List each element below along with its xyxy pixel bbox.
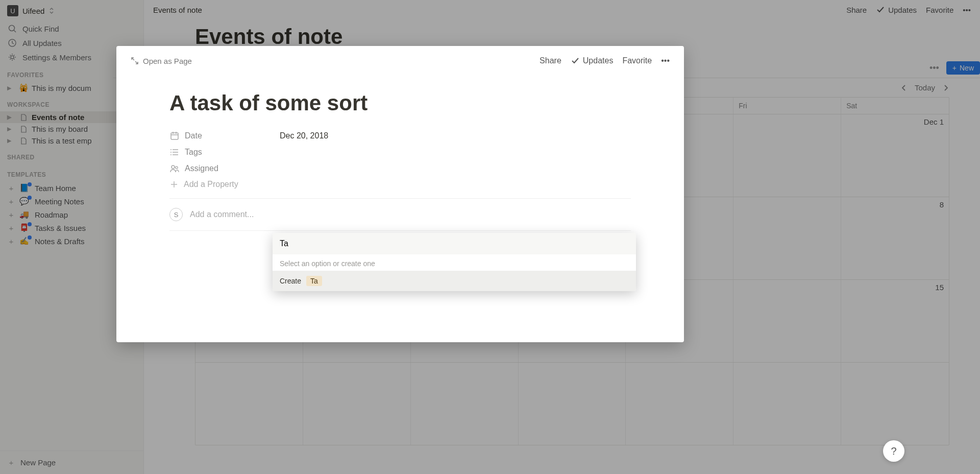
svg-point-15: [176, 167, 178, 169]
tags-popover: Select an option or create one Create Ta: [273, 233, 636, 291]
svg-point-14: [172, 165, 175, 169]
open-as-page-button[interactable]: Open as Page: [131, 57, 192, 65]
open-as-page-label: Open as Page: [143, 57, 192, 65]
dots-icon: •••: [661, 56, 670, 65]
modal-share-button[interactable]: Share: [540, 56, 561, 65]
add-property-label: Add a Property: [184, 180, 238, 189]
list-icon: [169, 147, 180, 157]
modal-title[interactable]: A task of some sort: [116, 70, 684, 128]
svg-point-13: [170, 154, 172, 155]
tags-label: Tags: [185, 148, 202, 157]
avatar: S: [169, 208, 183, 221]
page-modal: Open as Page Share Updates Favorite ••• …: [116, 46, 684, 342]
create-tag-option[interactable]: Create Ta: [273, 271, 636, 291]
divider: [169, 198, 631, 199]
divider: [169, 230, 631, 231]
create-label: Create: [280, 277, 301, 285]
modal-updates-button[interactable]: Updates: [571, 56, 614, 65]
property-assigned[interactable]: Assigned: [116, 160, 684, 177]
date-label: Date: [185, 131, 202, 140]
calendar-icon: [169, 131, 180, 141]
svg-point-12: [170, 152, 172, 153]
tags-input[interactable]: [273, 233, 636, 254]
tag-chip: Ta: [306, 276, 322, 286]
modal-more-button[interactable]: •••: [661, 56, 670, 65]
modal-updates-label: Updates: [583, 56, 614, 65]
add-property-button[interactable]: Add a Property: [116, 177, 684, 192]
property-date[interactable]: Date Dec 20, 2018: [116, 128, 684, 144]
assigned-label: Assigned: [185, 164, 218, 173]
plus-icon: [169, 180, 179, 189]
comment-row[interactable]: S Add a comment...: [116, 205, 684, 224]
property-tags[interactable]: Tags: [116, 144, 684, 160]
comment-placeholder[interactable]: Add a comment...: [190, 210, 254, 219]
svg-rect-4: [171, 133, 178, 139]
date-value[interactable]: Dec 20, 2018: [280, 131, 328, 140]
popover-hint: Select an option or create one: [273, 254, 636, 271]
check-icon: [571, 56, 580, 65]
help-button[interactable]: ?: [883, 440, 904, 462]
people-icon: [169, 163, 180, 174]
svg-point-11: [170, 149, 172, 150]
modal-favorite-button[interactable]: Favorite: [622, 56, 652, 65]
expand-icon: [131, 57, 139, 65]
